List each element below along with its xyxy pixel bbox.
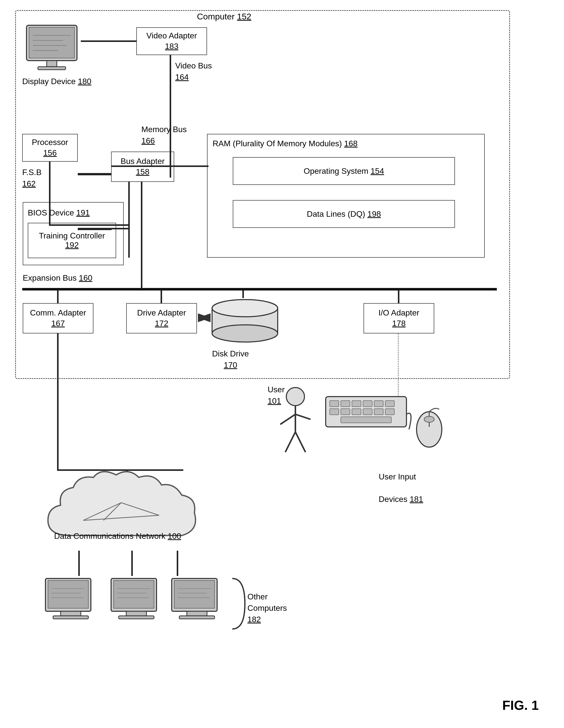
svg-rect-59 (179, 616, 215, 619)
other-computer-2 (106, 576, 167, 626)
svg-line-19 (285, 432, 295, 452)
svg-rect-22 (330, 401, 339, 407)
cloud-to-comp2 (131, 551, 133, 576)
operating-system-box: Operating System 154 (233, 157, 455, 185)
bios-horiz-line (78, 228, 128, 229)
other-computers-label: Other Computers 182 (248, 591, 287, 625)
disk-drive-label: Disk Drive 170 (212, 348, 249, 371)
other-computer-1 (40, 576, 101, 626)
cloud-to-comp1 (78, 551, 80, 576)
user-input-devices-label: User Input Devices 181 (379, 460, 423, 505)
svg-rect-29 (341, 409, 350, 415)
svg-rect-58 (187, 611, 207, 616)
user-label: User 101 (268, 384, 285, 407)
video-adapter-box: Video Adapter 183 (136, 27, 207, 55)
svg-point-15 (286, 387, 304, 406)
expansion-bus-line (22, 288, 497, 290)
monitor-icon (23, 23, 81, 73)
svg-rect-24 (352, 401, 361, 407)
figure-label: FIG. 1 (502, 698, 539, 713)
io-adapter-box: I/O Adapter 178 (363, 303, 434, 333)
bus-to-expansion-line (141, 182, 142, 288)
svg-rect-57 (174, 580, 215, 608)
svg-rect-3 (38, 67, 66, 70)
drive-arrow (196, 313, 213, 323)
io-to-user-line (398, 333, 399, 399)
svg-point-37 (424, 416, 434, 422)
expansion-bus-label: Expansion Bus 160 (23, 272, 92, 284)
display-device-label: Display Device 180 (22, 76, 91, 87)
svg-rect-23 (341, 401, 350, 407)
svg-rect-50 (114, 580, 154, 608)
busadapter-to-bios-v (128, 182, 130, 258)
svg-rect-44 (61, 611, 81, 616)
svg-rect-52 (119, 616, 154, 619)
processor-box: Processor 156 (22, 134, 78, 162)
keyboard-icon (323, 394, 419, 434)
svg-rect-26 (374, 401, 383, 407)
fsb-to-expansion (49, 224, 130, 226)
svg-rect-45 (53, 616, 88, 619)
svg-rect-32 (374, 409, 383, 415)
upper-bus-line (111, 165, 209, 167)
drive-adapter-box: Drive Adapter 172 (126, 303, 197, 333)
svg-rect-30 (352, 409, 361, 415)
computer-label: Computer 152 (197, 12, 251, 21)
video-bus-label: Video Bus 164 (175, 60, 212, 83)
svg-rect-27 (385, 401, 394, 407)
comm-adapter-box: Comm. Adapter 167 (23, 303, 93, 333)
fsb-label: F.S.B 162 (22, 167, 41, 189)
svg-line-18 (295, 414, 310, 419)
svg-rect-33 (385, 409, 394, 415)
svg-line-20 (295, 432, 305, 452)
svg-point-11 (212, 300, 278, 317)
processor-down-line (49, 162, 51, 225)
exp-to-disk-line (243, 290, 244, 298)
svg-rect-51 (126, 611, 147, 616)
comm-down-line (57, 333, 59, 470)
svg-rect-25 (363, 401, 372, 407)
mouse-icon (414, 404, 444, 450)
bios-device-label: BIOS Device 191 (28, 207, 90, 219)
exp-to-comm-line (57, 290, 59, 303)
bios-outer-box: BIOS Device 191 Training Controller 192 (23, 202, 124, 265)
other-computer-3 (167, 576, 227, 626)
data-lines-box: Data Lines (DQ) 198 (233, 200, 455, 228)
svg-point-10 (212, 325, 278, 342)
network-label: Data Communications Network 100 (50, 530, 186, 542)
svg-rect-34 (341, 417, 391, 423)
svg-rect-31 (363, 409, 372, 415)
svg-line-17 (280, 414, 295, 424)
other-computers-brace (227, 576, 248, 632)
exp-to-io-line (398, 290, 399, 303)
ram-box: RAM (Plurality Of Memory Modules) 168 Op… (207, 134, 485, 258)
exp-to-drive-line (161, 290, 162, 303)
svg-rect-2 (47, 61, 57, 67)
svg-rect-1 (29, 27, 75, 58)
svg-rect-28 (330, 409, 339, 415)
ram-label: RAM (Plurality Of Memory Modules) 168 (213, 138, 357, 149)
diagram-page: Computer 152 Display Device 180 Video Ad… (0, 0, 564, 728)
disk-drive-icon (210, 298, 280, 344)
memory-bus-label: Memory Bus 166 (141, 124, 187, 147)
svg-rect-43 (48, 580, 88, 608)
monitor-to-videoadapter-line (81, 40, 136, 42)
cloud-to-comp3 (177, 551, 178, 576)
video-to-busadapter-v-line (170, 136, 171, 167)
processor-to-busadapter-line (78, 174, 112, 175)
